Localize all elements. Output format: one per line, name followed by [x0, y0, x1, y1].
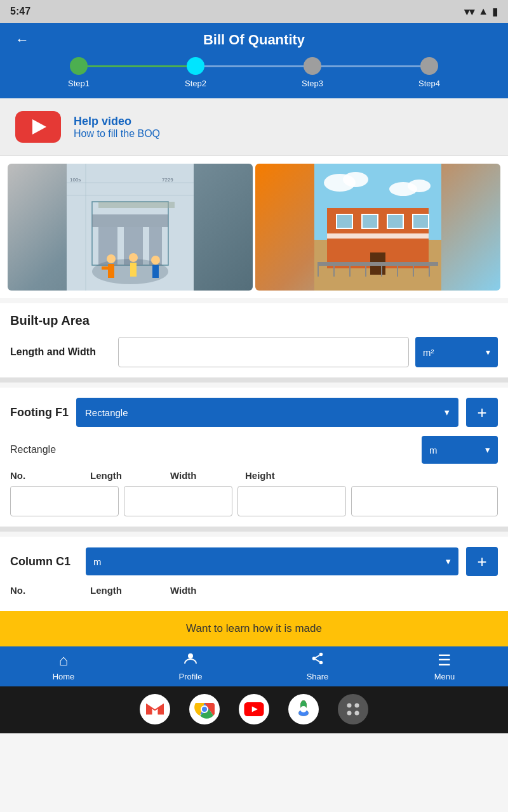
- header-top: ← Bill Of Quantity: [10, 23, 498, 55]
- svg-point-25: [408, 180, 431, 192]
- learn-banner[interactable]: Want to learn how it is made: [0, 611, 508, 646]
- nav-share[interactable]: Share: [254, 652, 381, 681]
- chevron-down-icon: ▾: [486, 347, 490, 357]
- android-dock: [0, 686, 508, 733]
- svg-rect-42: [413, 264, 414, 277]
- chevron-down-icon-column: ▾: [446, 556, 451, 567]
- gmail-app-icon[interactable]: [140, 694, 170, 724]
- column-table-header: No. Length Width: [10, 585, 498, 596]
- svg-point-63: [347, 704, 352, 708]
- column-c1-section: Column C1 m ▾ + No. Length Width: [0, 537, 508, 611]
- column-col-no: No.: [10, 585, 80, 596]
- footing-f1-header: Footing F1 Rectangle ▾ +: [10, 398, 498, 427]
- footing-add-button[interactable]: +: [466, 398, 498, 427]
- svg-rect-37: [333, 264, 335, 277]
- divider-2: [0, 527, 508, 532]
- footing-f1-section: Footing F1 Rectangle ▾ + Rectangle m ▾ N…: [0, 388, 508, 527]
- step-1-label: Step1: [68, 79, 90, 88]
- column-unit-label: m: [93, 556, 102, 567]
- step-4-circle: [420, 57, 438, 75]
- nav-home-label: Home: [53, 672, 75, 681]
- google-photos-icon[interactable]: [288, 694, 319, 724]
- svg-rect-7: [98, 202, 175, 208]
- nav-profile[interactable]: Profile: [127, 652, 254, 681]
- images-row: 100s 7229: [0, 156, 508, 298]
- help-text: Help video How to fill the BOQ: [74, 115, 160, 140]
- unit-selector-m2[interactable]: m² ▾: [415, 337, 498, 367]
- column-col-length: Length: [90, 585, 160, 596]
- footing-input-length[interactable]: [124, 486, 232, 516]
- step-3-label: Step3: [302, 79, 323, 88]
- step-1-circle: [70, 57, 88, 75]
- svg-text:7229: 7229: [162, 177, 173, 183]
- step-2: Step2: [137, 57, 254, 88]
- footing-col-length: Length: [90, 470, 160, 481]
- footing-unit-selector[interactable]: m ▾: [422, 436, 498, 464]
- footing-input-width[interactable]: [237, 486, 346, 516]
- footing-table-header: No. Length Width Height: [10, 470, 498, 481]
- play-triangle: [32, 119, 46, 134]
- svg-rect-38: [349, 264, 351, 277]
- footing-input-height[interactable]: [351, 486, 498, 516]
- svg-rect-33: [413, 214, 429, 228]
- nav-home[interactable]: ⌂ Home: [0, 652, 127, 681]
- header: ← Bill Of Quantity Step1 Step2 Step3 Ste…: [0, 23, 508, 98]
- nav-menu-label: Menu: [434, 672, 455, 681]
- youtube-icon[interactable]: [15, 111, 61, 143]
- back-button[interactable]: ←: [10, 29, 34, 51]
- footing-rectangle-row: Rectangle m ▾: [10, 436, 498, 464]
- svg-line-48: [316, 659, 319, 662]
- youtube-app-icon[interactable]: [239, 694, 269, 724]
- svg-point-46: [312, 657, 316, 660]
- construction-image: 100s 7229: [8, 164, 253, 291]
- footing-col-no: No.: [10, 470, 80, 481]
- help-video-subtitle: How to fill the BOQ: [74, 128, 160, 140]
- chevron-down-icon-footing: ▾: [444, 407, 450, 418]
- length-width-input[interactable]: [118, 337, 409, 367]
- nav-menu[interactable]: ☰ Menu: [381, 652, 508, 681]
- divider-1: [0, 377, 508, 383]
- svg-rect-29: [327, 233, 429, 239]
- footing-col-height: Height: [245, 470, 498, 481]
- svg-point-65: [347, 711, 352, 716]
- step-2-label: Step2: [185, 79, 206, 88]
- length-width-row: Length and Width m² ▾: [10, 337, 498, 367]
- column-unit-selector[interactable]: m ▾: [86, 547, 458, 575]
- more-apps-icon[interactable]: [338, 694, 368, 724]
- battery-icon: ▮: [492, 6, 498, 18]
- svg-rect-10: [108, 264, 114, 278]
- svg-point-45: [319, 653, 323, 657]
- status-time: 5:47: [10, 6, 30, 17]
- svg-rect-30: [337, 214, 352, 228]
- column-add-button[interactable]: +: [466, 547, 498, 576]
- svg-rect-15: [152, 265, 159, 278]
- svg-text:100s: 100s: [70, 177, 81, 183]
- svg-point-14: [151, 256, 160, 265]
- svg-rect-41: [397, 264, 398, 277]
- footing-shape-dropdown[interactable]: Rectangle ▾: [76, 398, 458, 427]
- footing-table-inputs: [10, 486, 498, 516]
- svg-rect-43: [429, 264, 430, 277]
- built-up-area-title: Built-up Area: [10, 313, 498, 328]
- svg-point-66: [355, 711, 359, 716]
- svg-rect-31: [362, 214, 378, 228]
- step-2-circle: [187, 57, 204, 75]
- chrome-app-icon[interactable]: [189, 694, 220, 724]
- svg-rect-6: [92, 214, 168, 227]
- profile-icon: [184, 652, 197, 669]
- step-4: Step4: [371, 57, 488, 88]
- step-4-label: Step4: [418, 79, 440, 88]
- footing-input-no[interactable]: [10, 486, 119, 516]
- home-icon: ⌂: [59, 652, 69, 669]
- length-width-label: Length and Width: [10, 346, 112, 358]
- status-bar: 5:47 ▾▾ ▲ ▮: [0, 0, 508, 23]
- wifi-icon: ▾▾: [464, 6, 474, 18]
- svg-point-64: [355, 704, 359, 708]
- svg-point-55: [202, 707, 207, 712]
- share-icon: [311, 652, 324, 669]
- signal-icon: ▲: [478, 6, 488, 17]
- svg-point-23: [343, 172, 368, 187]
- unit-label-m2: m²: [423, 347, 434, 358]
- footing-col-width: Width: [170, 470, 240, 481]
- svg-rect-39: [365, 264, 366, 277]
